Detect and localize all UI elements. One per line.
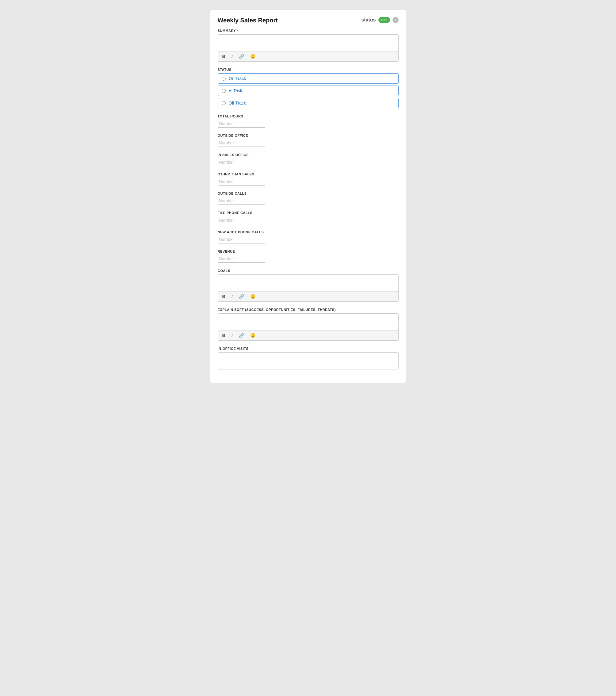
explain-soft-emoji-button[interactable]: 🙂 — [249, 332, 257, 338]
outside-office-input[interactable] — [218, 139, 265, 147]
summary-italic-button[interactable]: I — [230, 53, 234, 60]
in-office-visits-rich-text-wrapper — [218, 352, 399, 369]
revenue-input[interactable] — [218, 255, 265, 263]
file-phone-calls-label: FILE PHONE CALLS — [218, 211, 399, 215]
status-options: On Track At Risk Off Track — [218, 73, 399, 108]
new-acct-phone-calls-section: NEW ACCT PHONE CALLS — [218, 230, 399, 243]
header-right: status net × — [361, 17, 398, 23]
status-at-risk-label: At Risk — [229, 88, 242, 93]
required-indicator: * — [237, 29, 239, 32]
other-than-sales-wrapper — [218, 178, 399, 186]
in-sales-office-input[interactable] — [218, 159, 265, 166]
status-section: STATUS On Track At Risk Off Track — [218, 68, 399, 108]
goals-label: GOALS — [218, 269, 399, 272]
goals-toolbar: B I 🔗 🙂 — [218, 291, 398, 301]
explain-soft-link-button[interactable]: 🔗 — [238, 332, 245, 338]
new-acct-phone-calls-label: NEW ACCT PHONE CALLS — [218, 230, 399, 234]
goals-bold-button[interactable]: B — [221, 294, 226, 300]
outside-office-wrapper — [218, 139, 399, 147]
new-acct-phone-calls-input[interactable] — [218, 236, 265, 243]
goals-emoji-button[interactable]: 🙂 — [249, 294, 257, 300]
in-office-visits-label: IN-OFFICE VISITS: — [218, 347, 399, 350]
summary-emoji-button[interactable]: 🙂 — [249, 53, 257, 60]
in-sales-office-section: IN SALES OFFICE — [218, 153, 399, 166]
outside-calls-input[interactable] — [218, 197, 265, 205]
new-acct-phone-calls-wrapper — [218, 236, 399, 243]
explain-soft-section: EXPLAIN SOFT (SUCCESS, OPPORTUNITIES, FA… — [218, 308, 399, 341]
summary-bold-button[interactable]: B — [221, 53, 226, 60]
explain-soft-italic-button[interactable]: I — [230, 332, 234, 338]
status-radio-off-track[interactable] — [222, 101, 226, 105]
outside-office-label: OUTSIDE OFFICE — [218, 134, 399, 137]
goals-link-button[interactable]: 🔗 — [238, 294, 245, 300]
in-sales-office-label: IN SALES OFFICE — [218, 153, 399, 157]
total-hours-input[interactable] — [218, 120, 265, 128]
other-than-sales-input[interactable] — [218, 178, 265, 186]
summary-textarea[interactable] — [218, 35, 398, 50]
status-on-track-label: On Track — [229, 76, 246, 81]
modal-title-group: Weekly Sales Report — [218, 17, 278, 24]
modal-title: Weekly Sales Report — [218, 17, 278, 24]
explain-soft-toolbar: B I 🔗 🙂 — [218, 330, 398, 340]
modal-container: Weekly Sales Report status net × SUMMARY… — [210, 9, 406, 383]
status-option-on-track[interactable]: On Track — [218, 73, 399, 84]
goals-section: GOALS B I 🔗 🙂 — [218, 269, 399, 302]
goals-italic-button[interactable]: I — [230, 294, 234, 300]
modal-header: Weekly Sales Report status net × — [218, 17, 399, 24]
explain-soft-label: EXPLAIN SOFT (SUCCESS, OPPORTUNITIES, FA… — [218, 308, 399, 312]
status-radio-at-risk[interactable] — [222, 89, 226, 93]
goals-rich-text-wrapper: B I 🔗 🙂 — [218, 274, 399, 302]
summary-label: SUMMARY * — [218, 29, 399, 32]
status-off-track-label: Off Track — [229, 100, 246, 106]
in-office-visits-textarea[interactable] — [218, 353, 398, 368]
explain-soft-rich-text-wrapper: B I 🔗 🙂 — [218, 313, 399, 341]
status-radio-on-track[interactable] — [222, 77, 226, 81]
revenue-section: REVENUE — [218, 250, 399, 263]
goals-textarea[interactable] — [218, 275, 398, 290]
status-option-at-risk[interactable]: At Risk — [218, 85, 399, 96]
total-hours-label: TOTAL HOURS — [218, 114, 399, 118]
explain-soft-textarea[interactable] — [218, 314, 398, 329]
other-than-sales-label: OTHER THAN SALES — [218, 172, 399, 176]
file-phone-calls-wrapper — [218, 217, 399, 224]
outside-office-section: OUTSIDE OFFICE — [218, 134, 399, 147]
in-office-visits-section: IN-OFFICE VISITS: — [218, 347, 399, 369]
status-label: STATUS — [218, 68, 399, 72]
in-sales-office-wrapper — [218, 159, 399, 166]
file-phone-calls-input[interactable] — [218, 217, 265, 224]
outside-calls-label: OUTSIDE CALLS — [218, 192, 399, 195]
file-phone-calls-section: FILE PHONE CALLS — [218, 211, 399, 224]
total-hours-section: TOTAL HOURS — [218, 114, 399, 128]
total-hours-wrapper — [218, 120, 399, 128]
summary-toolbar: B I 🔗 🙂 — [218, 51, 398, 61]
explain-soft-bold-button[interactable]: B — [221, 332, 226, 338]
close-button[interactable]: × — [393, 17, 399, 23]
outside-calls-section: OUTSIDE CALLS — [218, 192, 399, 205]
revenue-wrapper — [218, 255, 399, 263]
other-than-sales-section: OTHER THAN SALES — [218, 172, 399, 186]
outside-calls-wrapper — [218, 197, 399, 205]
revenue-label: REVENUE — [218, 250, 399, 253]
status-net-badge: net — [378, 17, 390, 23]
summary-rich-text-wrapper: B I 🔗 🙂 — [218, 34, 399, 62]
summary-section: SUMMARY * B I 🔗 🙂 — [218, 29, 399, 62]
status-brand: status — [361, 17, 376, 23]
status-option-off-track[interactable]: Off Track — [218, 98, 399, 108]
summary-link-button[interactable]: 🔗 — [238, 53, 245, 60]
